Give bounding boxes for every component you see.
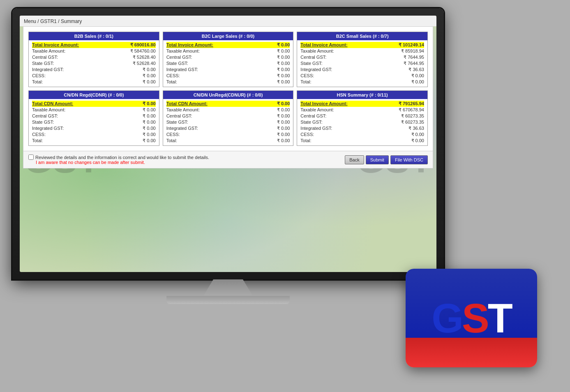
card-row-b2b-2: Central GST:₹ 52628.40 <box>32 54 156 60</box>
card-row-b2c-large-3: State GST:₹ 0.00 <box>166 60 290 67</box>
row-label-cdn-unreg-6: Total: <box>166 138 177 143</box>
card-row-b2c-small-2: Central GST:₹ 7644.95 <box>300 54 424 60</box>
row-value-cdn-unreg-0: ₹ 0.00 <box>253 101 290 106</box>
row-value-b2b-2: ₹ 52628.40 <box>119 55 156 60</box>
row-value-b2c-large-2: ₹ 0.00 <box>253 55 290 60</box>
row-value-b2c-large-3: ₹ 0.00 <box>253 61 290 66</box>
row-label-b2c-large-2: Central GST: <box>166 55 192 60</box>
row-value-cdn-unreg-5: ₹ 0.00 <box>253 132 290 137</box>
card-row-b2b-1: Taxable Amount:₹ 584760.00 <box>32 48 156 54</box>
file-dsc-button[interactable]: File With DSC <box>390 155 428 164</box>
row-value-b2c-large-6: ₹ 0.00 <box>253 79 290 85</box>
card-row-cdn-unreg-5: CESS:₹ 0.00 <box>166 131 290 138</box>
row-label-b2b-3: State GST: <box>32 61 54 66</box>
row-value-b2c-large-1: ₹ 0.00 <box>253 48 290 54</box>
card-b2b: B2B Sales (# : 0/1)Total Invoice Amount:… <box>28 32 159 87</box>
row-value-cdn-unreg-4: ₹ 0.00 <box>253 126 290 131</box>
row-label-b2c-large-6: Total: <box>166 79 177 85</box>
card-header-b2c-small: B2C Small Sales (# : 0/7) <box>297 32 427 40</box>
row-label-b2c-small-6: Total: <box>300 79 311 85</box>
card-body-cdn-unreg: Total CDN Amount:₹ 0.00Taxable Amount:₹ … <box>163 99 293 145</box>
card-row-b2c-small-0: Total Invoice Amount:₹ 101249.14 <box>300 42 424 48</box>
card-row-cdn-regd-3: State GST:₹ 0.00 <box>32 119 156 125</box>
row-value-hsn-5: ₹ 0.00 <box>387 132 424 137</box>
row-value-cdn-unreg-3: ₹ 0.00 <box>253 120 290 125</box>
card-row-cdn-unreg-1: Taxable Amount:₹ 0.00 <box>166 107 290 113</box>
gst-letter-s: S <box>462 295 488 342</box>
row-value-b2c-small-4: ₹ 36.63 <box>387 67 424 72</box>
row-value-cdn-unreg-6: ₹ 0.00 <box>253 138 290 143</box>
row-value-b2b-3: ₹ 52628.40 <box>119 61 156 66</box>
submit-button[interactable]: Submit <box>366 155 389 164</box>
row-label-b2c-small-2: Central GST: <box>300 55 326 60</box>
row-label-cdn-regd-2: Central GST: <box>32 113 58 119</box>
row-label-hsn-0: Total Invoice Amount: <box>300 101 347 106</box>
review-checkbox-row: Reviewed the details and the information… <box>28 154 345 160</box>
card-row-b2c-large-1: Taxable Amount:₹ 0.00 <box>166 48 290 54</box>
row-label-cdn-unreg-4: Integrated GST: <box>166 126 198 131</box>
monitor-neck <box>203 279 253 296</box>
row-label-cdn-unreg-3: State GST: <box>166 120 188 125</box>
row-value-hsn-1: ₹ 670678.94 <box>387 107 424 113</box>
card-cdn-regd: CN/DN Regd(CDNR) (# : 0/0)Total CDN Amou… <box>28 90 159 146</box>
card-row-hsn-4: Integrated GST:₹ 36.63 <box>300 125 424 131</box>
card-row-b2c-large-5: CESS:₹ 0.00 <box>166 73 290 79</box>
row-label-hsn-3: State GST: <box>300 120 322 125</box>
row-label-b2c-small-4: Integrated GST: <box>300 67 332 72</box>
row-label-b2c-small-5: CESS: <box>300 73 314 78</box>
card-row-cdn-regd-1: Taxable Amount:₹ 0.00 <box>32 107 156 113</box>
card-row-cdn-unreg-4: Integrated GST:₹ 0.00 <box>166 125 290 131</box>
row-value-b2c-small-1: ₹ 85918.94 <box>387 48 424 54</box>
row-label-b2c-large-3: State GST: <box>166 61 188 66</box>
card-row-cdn-regd-2: Central GST:₹ 0.00 <box>32 113 156 119</box>
monitor-base <box>166 296 290 304</box>
row-value-b2b-6: ₹ 0.00 <box>119 79 156 85</box>
card-row-hsn-5: CESS:₹ 0.00 <box>300 131 424 138</box>
row-value-hsn-6: ₹ 0.00 <box>387 138 424 143</box>
footer-buttons: Back Submit File With DSC <box>345 155 428 164</box>
card-header-cdn-unreg: CN/DN UnRegd(CDNUR) (# : 0/0) <box>163 91 293 99</box>
row-value-cdn-unreg-2: ₹ 0.00 <box>253 113 290 119</box>
row-value-b2b-1: ₹ 584760.00 <box>119 48 156 54</box>
gst-letter-g: G <box>432 295 462 342</box>
gst-logo: G S T <box>432 295 511 342</box>
gst-badge: G S T <box>406 269 537 367</box>
card-row-hsn-6: Total:₹ 0.00 <box>300 138 424 144</box>
card-row-b2b-4: Integrated GST:₹ 0.00 <box>32 67 156 73</box>
row-value-b2c-small-6: ₹ 0.00 <box>387 79 424 85</box>
row-label-cdn-unreg-1: Taxable Amount: <box>166 107 200 113</box>
review-checkbox[interactable] <box>28 154 34 160</box>
row-value-b2c-small-3: ₹ 7644.95 <box>387 61 424 66</box>
card-row-b2c-small-5: CESS:₹ 0.00 <box>300 73 424 79</box>
row-value-cdn-regd-1: ₹ 0.00 <box>119 107 156 113</box>
row-label-hsn-6: Total: <box>300 138 311 143</box>
row-value-b2b-0: ₹ 690016.80 <box>119 42 156 48</box>
row-label-cdn-unreg-0: Total CDN Amount: <box>166 101 208 106</box>
row-label-cdn-regd-1: Taxable Amount: <box>32 107 65 113</box>
back-button[interactable]: Back <box>345 155 364 164</box>
row-value-hsn-3: ₹ 60273.35 <box>387 120 424 125</box>
row-value-cdn-unreg-1: ₹ 0.00 <box>253 107 290 113</box>
row-label-hsn-5: CESS: <box>300 132 314 137</box>
row-label-b2c-small-3: State GST: <box>300 61 322 66</box>
card-row-hsn-3: State GST:₹ 60273.35 <box>300 119 424 125</box>
card-row-cdn-unreg-3: State GST:₹ 0.00 <box>166 119 290 125</box>
card-row-cdn-unreg-0: Total CDN Amount:₹ 0.00 <box>166 101 290 107</box>
row-label-cdn-regd-3: State GST: <box>32 120 54 125</box>
card-body-b2b: Total Invoice Amount:₹ 690016.80Taxable … <box>29 40 159 87</box>
row-label-b2c-large-0: Total Invoice Amount: <box>166 42 213 48</box>
card-row-b2b-3: State GST:₹ 52628.40 <box>32 60 156 67</box>
row-label-b2b-4: Integrated GST: <box>32 67 64 72</box>
row-label-hsn-4: Integrated GST: <box>300 126 332 131</box>
card-row-b2b-0: Total Invoice Amount:₹ 690016.80 <box>32 42 156 48</box>
card-body-hsn: Total Invoice Amount:₹ 791265.94Taxable … <box>297 99 427 145</box>
row-value-b2c-small-5: ₹ 0.00 <box>387 73 424 78</box>
row-label-cdn-regd-6: Total: <box>32 138 43 143</box>
row-value-cdn-regd-4: ₹ 0.00 <box>119 126 156 131</box>
monitor-screen: GO ERV GST GST Menu / GSTR1 / Summary B2… <box>20 16 436 272</box>
row-label-cdn-unreg-5: CESS: <box>166 132 180 137</box>
monitor: GO ERV GST GST Menu / GSTR1 / Summary B2… <box>12 8 444 329</box>
row-label-b2c-large-5: CESS: <box>166 73 180 78</box>
card-row-b2c-small-3: State GST:₹ 7644.95 <box>300 60 424 67</box>
card-row-b2b-6: Total:₹ 0.00 <box>32 79 156 85</box>
